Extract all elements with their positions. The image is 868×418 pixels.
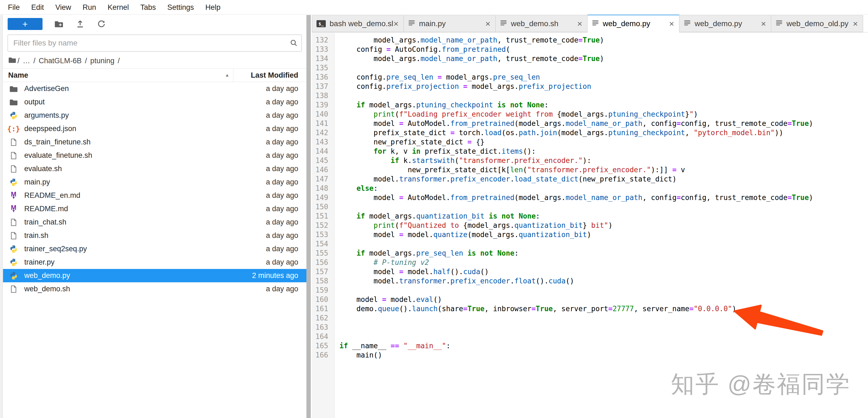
line-number: 134 — [312, 54, 335, 63]
code-line-163[interactable]: 163 — [312, 323, 868, 332]
file-icon — [9, 138, 18, 147]
menu-bar: FileEditViewRunKernelTabsSettingsHelp — [0, 0, 868, 15]
menu-item-view[interactable]: View — [50, 0, 77, 15]
menu-item-settings[interactable]: Settings — [162, 0, 200, 15]
code-text — [335, 239, 339, 249]
code-line-149[interactable]: 149 model = AutoModel.from_pretrained(mo… — [312, 193, 868, 202]
line-number: 132 — [312, 35, 335, 45]
code-line-160[interactable]: 160 model = model.eval() — [312, 295, 868, 304]
breadcrumb-segment[interactable]: … — [23, 57, 30, 65]
file-row-README.md[interactable]: M▼README.mda day ago — [3, 202, 306, 216]
file-row-arguments.py[interactable]: arguments.pya day ago — [3, 109, 306, 122]
file-row-train.sh[interactable]: train.sha day ago — [3, 229, 306, 242]
code-line-166[interactable]: 166 main() — [312, 350, 868, 360]
upload-icon[interactable] — [75, 19, 85, 29]
new-folder-icon[interactable] — [54, 19, 64, 29]
home-folder-icon[interactable] — [8, 56, 17, 66]
code-line-135[interactable]: 135 — [312, 63, 868, 72]
file-row-README_en.md[interactable]: M▼README_en.mda day ago — [3, 189, 306, 202]
code-line-156[interactable]: 156 # P-tuning v2 — [312, 258, 868, 267]
close-icon[interactable]: × — [393, 19, 399, 29]
code-line-141[interactable]: 141 model = AutoModel.from_pretrained(mo… — [312, 119, 868, 128]
code-line-159[interactable]: 159 — [312, 286, 868, 295]
code-line-155[interactable]: 155 if model_args.pre_seq_len is not Non… — [312, 249, 868, 258]
code-line-133[interactable]: 133 config = AutoConfig.from_pretrained( — [312, 45, 868, 54]
watermark: 知乎 @卷福同学 — [671, 368, 850, 400]
tab-main.py[interactable]: main.py× — [404, 15, 496, 32]
close-icon[interactable]: × — [485, 19, 491, 29]
file-row-evaluate_finetune.sh[interactable]: evaluate_finetune.sha day ago — [3, 149, 306, 162]
tab-web_demo_old.py[interactable]: web_demo_old.py× — [771, 15, 863, 32]
file-row-train_chat.sh[interactable]: train_chat.sha day ago — [3, 216, 306, 229]
code-line-138[interactable]: 138 — [312, 91, 868, 100]
code-editor[interactable]: 132 model_args.model_name_or_path, trust… — [312, 33, 868, 418]
menu-item-edit[interactable]: Edit — [26, 0, 50, 15]
close-icon[interactable]: × — [852, 19, 859, 29]
file-filter-input[interactable] — [8, 39, 286, 47]
code-line-144[interactable]: 144 for k, v in prefix_state_dict.items(… — [312, 147, 868, 156]
file-row-deepspeed.json[interactable]: {:}deepspeed.jsona day ago — [3, 122, 306, 135]
code-line-153[interactable]: 153 model = model.quantize(model_args.qu… — [312, 230, 868, 239]
file-row-output[interactable]: outputa day ago — [3, 95, 306, 109]
file-row-evaluate.sh[interactable]: evaluate.sha day ago — [3, 162, 306, 175]
new-launcher-button[interactable]: + — [8, 18, 42, 30]
file-row-main.py[interactable]: main.pya day ago — [3, 175, 306, 189]
code-line-145[interactable]: 145 if k.startswith("transformer.prefix_… — [312, 156, 868, 165]
breadcrumb-segment[interactable]: ptuning — [90, 57, 115, 65]
code-line-146[interactable]: 146 new_prefix_state_dict[k[len("transfo… — [312, 165, 868, 174]
code-line-137[interactable]: 137 config.prefix_projection = model_arg… — [312, 82, 868, 91]
code-line-150[interactable]: 150 — [312, 202, 868, 212]
line-number: 146 — [312, 165, 335, 174]
left-sidebar-strip[interactable] — [0, 15, 3, 418]
code-text — [335, 313, 339, 323]
code-line-151[interactable]: 151 if model_args.quantization_bit is no… — [312, 212, 868, 221]
line-number: 135 — [312, 63, 335, 72]
refresh-icon[interactable] — [96, 19, 106, 29]
code-line-140[interactable]: 140 print(f"Loading prefix_encoder weigh… — [312, 109, 868, 119]
code-line-157[interactable]: 157 model = model.half().cuda() — [312, 267, 868, 276]
code-text: model = AutoModel.from_pretrained(model_… — [335, 193, 813, 202]
terminal-icon: $_ — [316, 20, 326, 27]
file-row-web_demo.py[interactable]: web_demo.py2 minutes ago — [3, 269, 306, 282]
close-icon[interactable]: × — [669, 19, 675, 29]
code-line-158[interactable]: 158 model.transformer.prefix_encoder.flo… — [312, 276, 868, 286]
menu-item-run[interactable]: Run — [77, 0, 102, 15]
menu-item-kernel[interactable]: Kernel — [102, 0, 135, 15]
sidebar-editor-divider[interactable] — [306, 15, 311, 418]
breadcrumb-segment[interactable]: ChatGLM-6B — [39, 57, 82, 65]
python-icon — [9, 178, 18, 187]
file-row-trainer_seq2seq.py[interactable]: trainer_seq2seq.pya day ago — [3, 242, 306, 256]
column-header-last-modified[interactable]: Last Modified — [234, 71, 306, 79]
code-line-148[interactable]: 148 else: — [312, 184, 868, 193]
code-text: main() — [335, 350, 382, 360]
menu-item-tabs[interactable]: Tabs — [135, 0, 162, 15]
code-line-134[interactable]: 134 model_args.model_name_or_path, trust… — [312, 54, 868, 63]
code-line-152[interactable]: 152 print(f"Quantized to {model_args.qua… — [312, 221, 868, 230]
tab-bash-web_demo.sh[interactable]: $_bash web_demo.sh× — [312, 15, 404, 32]
file-row-trainer.py[interactable]: trainer.pya day ago — [3, 256, 306, 269]
column-header-name[interactable]: Name ▲ — [3, 69, 234, 82]
code-line-132[interactable]: 132 model_args.model_name_or_path, trust… — [312, 35, 868, 45]
code-line-162[interactable]: 162 — [312, 313, 868, 323]
close-icon[interactable]: × — [760, 19, 767, 29]
menu-item-help[interactable]: Help — [199, 0, 226, 15]
code-line-136[interactable]: 136 config.pre_seq_len = model_args.pre_… — [312, 72, 868, 82]
tab-web_demo.py[interactable]: web_demo.py× — [679, 15, 771, 32]
file-row-web_demo.sh[interactable]: web_demo.sha day ago — [3, 282, 306, 296]
code-line-143[interactable]: 143 new_prefix_state_dict = {} — [312, 137, 868, 147]
code-line-165[interactable]: 165if __name__ == "__main__": — [312, 341, 868, 350]
tab-web_demo.sh[interactable]: web_demo.sh× — [496, 15, 587, 32]
code-line-142[interactable]: 142 prefix_state_dict = torch.load(os.pa… — [312, 128, 868, 137]
code-text: print(f"Loading prefix_encoder weight fr… — [335, 109, 698, 119]
tab-web_demo.py[interactable]: web_demo.py× — [587, 14, 679, 32]
code-line-161[interactable]: 161 demo.queue().launch(share=True, inbr… — [312, 304, 868, 313]
file-browser-toolbar: + — [3, 15, 306, 33]
file-row-AdvertiseGen[interactable]: AdvertiseGena day ago — [3, 82, 306, 95]
code-line-147[interactable]: 147 model.transformer.prefix_encoder.loa… — [312, 174, 868, 184]
code-line-154[interactable]: 154 — [312, 239, 868, 249]
file-row-ds_train_finetune.sh[interactable]: ds_train_finetune.sha day ago — [3, 135, 306, 149]
menu-item-file[interactable]: File — [2, 0, 26, 15]
close-icon[interactable]: × — [577, 19, 583, 29]
code-line-164[interactable]: 164 — [312, 332, 868, 341]
code-line-139[interactable]: 139 if model_args.ptuning_checkpoint is … — [312, 100, 868, 109]
